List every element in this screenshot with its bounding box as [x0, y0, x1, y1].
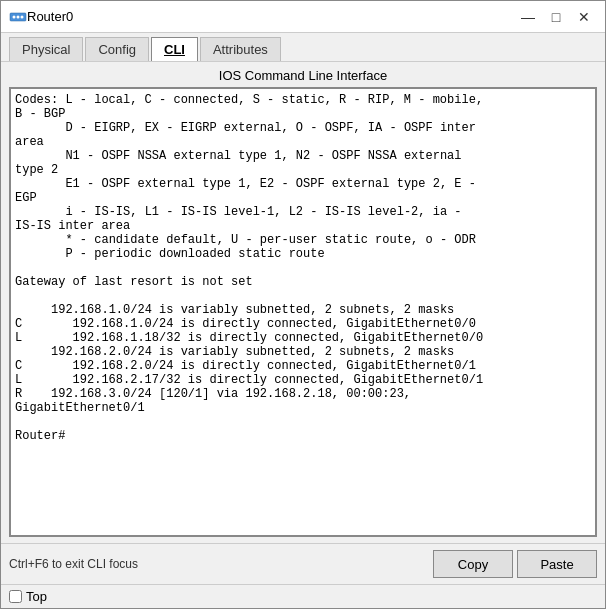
- tab-attributes[interactable]: Attributes: [200, 37, 281, 61]
- section-title: IOS Command Line Interface: [9, 68, 597, 83]
- content-area: IOS Command Line Interface: [1, 62, 605, 543]
- minimize-button[interactable]: —: [515, 6, 541, 28]
- cli-textarea[interactable]: [11, 89, 595, 535]
- window-title: Router0: [27, 9, 515, 24]
- paste-button[interactable]: Paste: [517, 550, 597, 578]
- svg-point-1: [13, 15, 16, 18]
- footer: Top: [1, 584, 605, 608]
- cli-hint: Ctrl+F6 to exit CLI focus: [9, 557, 429, 571]
- copy-button[interactable]: Copy: [433, 550, 513, 578]
- svg-point-3: [21, 15, 24, 18]
- router-window: Router0 — □ ✕ PhysicalConfigCLIAttribute…: [0, 0, 606, 609]
- close-button[interactable]: ✕: [571, 6, 597, 28]
- tab-cli[interactable]: CLI: [151, 37, 198, 61]
- tab-config[interactable]: Config: [85, 37, 149, 61]
- maximize-button[interactable]: □: [543, 6, 569, 28]
- title-bar: Router0 — □ ✕: [1, 1, 605, 33]
- top-checkbox[interactable]: [9, 590, 22, 603]
- bottom-bar: Ctrl+F6 to exit CLI focus Copy Paste: [1, 543, 605, 584]
- svg-point-2: [17, 15, 20, 18]
- cli-wrapper: [9, 87, 597, 537]
- window-controls: — □ ✕: [515, 6, 597, 28]
- tab-bar: PhysicalConfigCLIAttributes: [1, 33, 605, 62]
- top-label: Top: [26, 589, 47, 604]
- tab-physical[interactable]: Physical: [9, 37, 83, 61]
- router-icon: [9, 8, 27, 26]
- top-checkbox-label[interactable]: Top: [9, 589, 47, 604]
